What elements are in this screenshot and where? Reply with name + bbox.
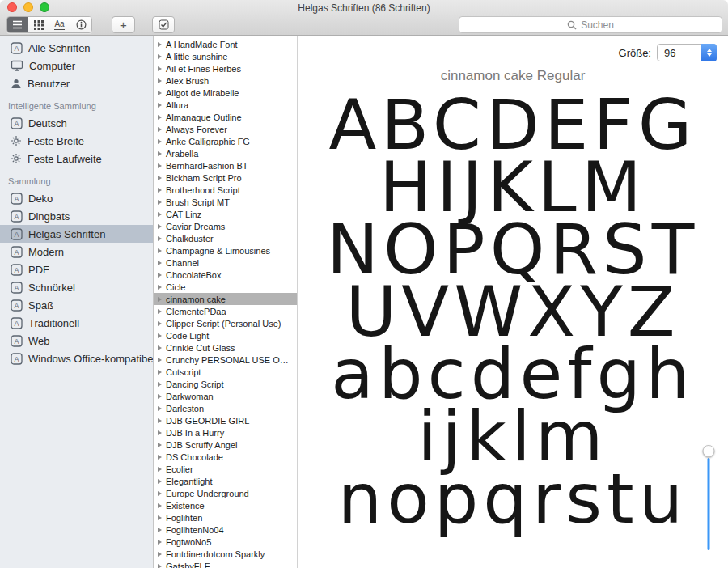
disclosure-triangle-icon[interactable] [158, 394, 162, 399]
font-list-item-djb-scruffy-angel[interactable]: DJB Scruffy Angel [154, 439, 297, 451]
disclosure-triangle-icon[interactable] [158, 248, 162, 253]
sidebar-item-modern[interactable]: AModern [0, 243, 153, 261]
font-list-item-foglihten[interactable]: Foglihten [154, 511, 297, 523]
size-slider[interactable] [703, 49, 714, 555]
disclosure-triangle-icon[interactable] [158, 443, 162, 447]
sidebar-item-web[interactable]: AWeb [0, 332, 153, 350]
disclosure-triangle-icon[interactable] [158, 552, 162, 557]
minimize-button[interactable] [23, 2, 33, 12]
disclosure-triangle-icon[interactable] [158, 358, 162, 362]
font-list-item-existence[interactable]: Existence [154, 499, 297, 511]
grid-view-button[interactable] [28, 17, 49, 32]
sidebar-item-spa[interactable]: ASpaß [0, 296, 153, 314]
add-collection-button[interactable]: + [112, 16, 135, 33]
close-button[interactable] [7, 2, 17, 12]
font-list-item-alex-brush[interactable]: Alex Brush [154, 74, 297, 87]
font-list-item-anke-calligraphic-fg[interactable]: Anke Calligraphic FG [154, 135, 297, 147]
search-field[interactable]: Suchen [459, 16, 722, 33]
info-view-button[interactable] [70, 17, 91, 32]
font-list-item-bickham-script-pro[interactable]: Bickham Script Pro [154, 172, 297, 184]
zoom-button[interactable] [40, 2, 49, 12]
disclosure-triangle-icon[interactable] [158, 151, 162, 156]
font-list-item-clementepdaa[interactable]: ClementePDaa [154, 305, 297, 317]
font-list-item-channel[interactable]: Channel [154, 256, 297, 269]
font-list-item-a-little-sunshine[interactable]: A little sunshine [154, 50, 297, 62]
font-list-item-brotherhood-script[interactable]: Brotherhood Script [154, 184, 297, 196]
disclosure-triangle-icon[interactable] [158, 212, 162, 217]
disclosure-triangle-icon[interactable] [158, 370, 162, 375]
sidebar-item-benutzer[interactable]: Benutzer [0, 74, 153, 92]
font-list-item-code-light[interactable]: Code Light [154, 329, 297, 341]
disclosure-triangle-icon[interactable] [158, 467, 162, 472]
disclosure-triangle-icon[interactable] [158, 127, 162, 132]
slider-thumb[interactable] [703, 445, 715, 457]
disclosure-triangle-icon[interactable] [158, 455, 162, 460]
sidebar-item-feste-laufweite[interactable]: Feste Laufweite [0, 150, 153, 167]
list-view-button[interactable] [7, 17, 28, 32]
font-list-item-champagne-limousines[interactable]: Champagne & Limousines [154, 244, 297, 256]
font-list-item-gatsbyflf[interactable]: GatsbyFLF [154, 560, 297, 568]
disclosure-triangle-icon[interactable] [158, 261, 162, 265]
font-list-item-brush-script-mt[interactable]: Brush Script MT [154, 196, 297, 208]
disclosure-triangle-icon[interactable] [158, 91, 162, 95]
font-list-item-clipper-script-personal-use[interactable]: Clipper Script (Personal Use) [154, 317, 297, 329]
disclosure-triangle-icon[interactable] [158, 176, 162, 180]
disclosure-triangle-icon[interactable] [158, 224, 162, 229]
font-list-item-cicle[interactable]: Cicle [154, 281, 297, 293]
sidebar-item-windows-office-kompatibel[interactable]: AWindows Office-kompatibel [0, 350, 153, 367]
disclosure-triangle-icon[interactable] [158, 103, 162, 108]
disclosure-triangle-icon[interactable] [158, 333, 162, 338]
font-list-item-almanaque-outline[interactable]: Almanaque Outline [154, 111, 297, 123]
disclosure-triangle-icon[interactable] [158, 297, 162, 302]
disclosure-triangle-icon[interactable] [158, 418, 162, 423]
disclosure-triangle-icon[interactable] [158, 321, 162, 326]
disclosure-triangle-icon[interactable] [158, 42, 162, 47]
sample-text-view-button[interactable]: Aa [49, 17, 70, 32]
disclosure-triangle-icon[interactable] [158, 236, 162, 241]
sidebar-item-helgas-schriften[interactable]: AHelgas Schriften [0, 225, 153, 243]
disclosure-triangle-icon[interactable] [158, 309, 162, 314]
font-list-item-fogtwono5[interactable]: FogtwoNo5 [154, 536, 297, 548]
disclosure-triangle-icon[interactable] [158, 540, 162, 545]
font-list-item-arabella[interactable]: Arabella [154, 147, 297, 159]
font-list-item-foglihtenno04[interactable]: FoglihtenNo04 [154, 523, 297, 536]
sidebar-item-alle-schriften[interactable]: AAlle Schriften [0, 39, 153, 57]
font-list-item-crinkle-cut-glass[interactable]: Crinkle Cut Glass [154, 341, 297, 354]
sidebar-item-dingbats[interactable]: ADingbats [0, 207, 153, 225]
sidebar-item-pdf[interactable]: APDF [0, 261, 153, 278]
disclosure-triangle-icon[interactable] [158, 503, 162, 508]
disclosure-triangle-icon[interactable] [158, 285, 162, 290]
font-list-item-cutscript[interactable]: Cutscript [154, 366, 297, 378]
disclosure-triangle-icon[interactable] [158, 515, 162, 520]
disclosure-triangle-icon[interactable] [158, 66, 162, 71]
sidebar-item-deutsch[interactable]: ADeutsch [0, 114, 153, 132]
sidebar-item-computer[interactable]: Computer [0, 57, 153, 74]
font-list-item-darleston[interactable]: Darleston [154, 402, 297, 414]
disclosure-triangle-icon[interactable] [158, 188, 162, 193]
font-list-item-cinnamon-cake[interactable]: cinnamon cake [154, 293, 297, 305]
font-list-item-allura[interactable]: Allura [154, 99, 297, 111]
sidebar-item-schn-rkel[interactable]: ASchnörkel [0, 278, 153, 296]
disclosure-triangle-icon[interactable] [158, 78, 162, 83]
disclosure-triangle-icon[interactable] [158, 491, 162, 496]
font-list-item-ecolier[interactable]: Ecolier [154, 463, 297, 475]
font-list-item-caviar-dreams[interactable]: Caviar Dreams [154, 220, 297, 232]
disclosure-triangle-icon[interactable] [158, 163, 162, 168]
disclosure-triangle-icon[interactable] [158, 406, 162, 411]
disclosure-triangle-icon[interactable] [158, 54, 162, 59]
font-list-item-chocolatebox[interactable]: ChocolateBox [154, 269, 297, 281]
disclosure-triangle-icon[interactable] [158, 479, 162, 484]
font-list-item-ds-chocolade[interactable]: DS Chocolade [154, 451, 297, 463]
font-list-item-bernhardfashion-bt[interactable]: BernhardFashion BT [154, 159, 297, 172]
font-list-item-a-handmade-font[interactable]: A HandMade Font [154, 38, 297, 50]
font-list-item-elegantlight[interactable]: Elegantlight [154, 475, 297, 487]
font-list-item-darkwoman[interactable]: Darkwoman [154, 390, 297, 402]
sidebar-item-deko[interactable]: ADeko [0, 189, 153, 207]
font-list-item-cat-linz[interactable]: CAT Linz [154, 208, 297, 220]
font-list-item-crunchy-personal-use-o[interactable]: Crunchy PERSONAL USE O… [154, 354, 297, 366]
disclosure-triangle-icon[interactable] [158, 382, 162, 387]
disclosure-triangle-icon[interactable] [158, 430, 162, 435]
disclosure-triangle-icon[interactable] [158, 200, 162, 205]
font-list-item-always-forever[interactable]: Always Forever [154, 123, 297, 135]
font-list-item-dancing-script[interactable]: Dancing Script [154, 378, 297, 390]
